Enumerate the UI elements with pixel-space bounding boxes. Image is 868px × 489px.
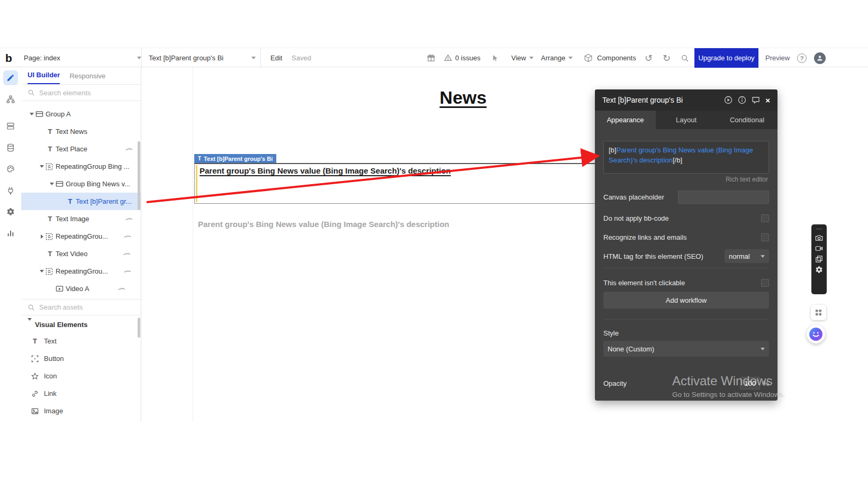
edit-mode-label[interactable]: Edit (270, 48, 282, 68)
search-elements-input[interactable] (39, 89, 119, 97)
caret-down-icon[interactable] (28, 113, 35, 115)
bubble-logo[interactable]: b (5, 48, 12, 68)
info-icon[interactable] (738, 96, 746, 104)
arrange-menu[interactable]: Arrange (541, 48, 573, 68)
bbcode-checkbox[interactable] (761, 214, 769, 222)
palette-item-button[interactable]: Button (21, 350, 141, 367)
style-select[interactable]: None (Custom) (603, 341, 769, 357)
data-tab-button[interactable] (3, 119, 18, 133)
avatar-icon (814, 52, 826, 64)
tab-ui-builder[interactable]: UI Builder (28, 71, 60, 84)
redo-icon[interactable]: ↻ (663, 48, 671, 68)
visual-elements-header[interactable]: Visual Elements (21, 316, 141, 332)
tree-item-repeatinggroup-bing[interactable]: RepeatingGroup Bing ... (21, 158, 141, 175)
caret-right-icon[interactable] (38, 234, 46, 239)
caret-down-icon[interactable] (38, 270, 46, 273)
tab-conditional[interactable]: Conditional (717, 111, 777, 129)
link-icon (31, 390, 39, 397)
seo-tag-select[interactable]: normal (725, 249, 769, 263)
search-assets-input[interactable] (39, 303, 119, 311)
arrange-menu-label: Arrange (541, 54, 565, 62)
close-icon[interactable]: × (765, 96, 770, 104)
copy-icon[interactable] (815, 255, 823, 263)
scrollbar-thumb[interactable] (138, 318, 140, 338)
dynamic-data-icon (125, 217, 133, 221)
tree-item-label: Group A (46, 110, 71, 118)
dynamic-data-icon (118, 287, 125, 291)
style-section-label: Style (603, 329, 619, 337)
selected-element-tag[interactable]: T Text [b]Parent group's Bi (194, 154, 276, 163)
tab-responsive[interactable]: Responsive (69, 72, 105, 84)
recognize-links-checkbox[interactable] (761, 233, 769, 241)
gear-icon[interactable] (815, 266, 823, 274)
tree-item-text-news[interactable]: T Text News (21, 123, 141, 140)
tree-item-text-image[interactable]: T Text Image (21, 210, 141, 228)
cards-icon (6, 122, 15, 130)
divider (260, 48, 261, 68)
issues-count[interactable]: 0 issues (455, 48, 481, 68)
database-tab-button[interactable] (3, 140, 18, 155)
scrollbar-thumb[interactable] (138, 141, 140, 210)
palette-icon (6, 165, 15, 173)
tree-item-video-a[interactable]: Video A (21, 280, 141, 297)
settings-tab-button[interactable] (3, 204, 18, 219)
cursor-tool-icon[interactable] (491, 48, 499, 68)
tree-item-text-place[interactable]: T Text Place (21, 140, 141, 158)
placeholder-text-element[interactable]: Parent group's Bing News value (Bing Ima… (198, 220, 449, 229)
logs-tab-button[interactable] (3, 226, 18, 241)
tree-item-text-video[interactable]: T Text Video (21, 245, 141, 262)
run-icon[interactable] (724, 96, 733, 104)
palette-item-image[interactable]: Image (21, 402, 141, 420)
canvas-placeholder-input[interactable] (678, 191, 769, 204)
help-icon: ? (797, 53, 807, 63)
palette-item-text[interactable]: T Text (21, 332, 141, 350)
text-element-icon: T (66, 197, 75, 205)
drag-handle-icon[interactable]: ⋯ (816, 226, 822, 231)
palette-item-link[interactable]: Link (21, 385, 141, 402)
property-editor: Text [b]Parent group's Bi × Appearance L… (595, 89, 777, 401)
support-chat-button[interactable] (807, 325, 825, 343)
camera-icon[interactable] (815, 234, 823, 242)
view-menu[interactable]: View (511, 48, 534, 68)
palette-item-icon[interactable]: Icon (21, 367, 141, 385)
tree-item-repeatinggroup-3[interactable]: RepeatingGrou... (21, 262, 141, 280)
gift-icon[interactable] (427, 48, 436, 68)
account-menu[interactable] (814, 48, 826, 68)
tree-item-label: RepeatingGrou... (56, 267, 108, 275)
opacity-input[interactable] (740, 377, 760, 390)
styles-tab-button[interactable] (3, 161, 18, 176)
bbcode-row: Do not apply bb-code (603, 211, 769, 225)
tab-appearance[interactable]: Appearance (595, 111, 656, 129)
dynamic-data-icon (124, 269, 131, 274)
upgrade-to-deploy-button[interactable]: Upgrade to deploy (694, 48, 758, 68)
rich-text-editor-hint[interactable]: Rich text editor (726, 176, 768, 183)
caret-down-icon[interactable] (48, 183, 56, 185)
preview-button[interactable]: Preview (765, 48, 790, 68)
caret-down-icon[interactable] (38, 165, 46, 168)
components-button[interactable]: Components (597, 48, 636, 68)
design-mode-button[interactable] (3, 70, 18, 85)
help-button[interactable]: ? (797, 48, 868, 68)
page-selector-dropdown[interactable]: Page: index (24, 48, 141, 68)
tree-item-text-parent-group-selected[interactable]: T Text [b]Parent gr... (21, 193, 141, 210)
tab-layout[interactable]: Layout (656, 111, 717, 129)
video-camera-icon[interactable] (815, 245, 823, 252)
search-icon[interactable] (681, 48, 689, 68)
undo-icon[interactable]: ↺ (645, 48, 653, 68)
add-workflow-button[interactable]: Add workflow (603, 292, 769, 309)
group-icon (35, 110, 44, 118)
group-icon (56, 180, 65, 188)
element-selector-dropdown[interactable]: Text [b]Parent group's Bi (149, 48, 256, 68)
plugins-tab-button[interactable] (3, 183, 18, 198)
property-editor-titlebar[interactable]: Text [b]Parent group's Bi × (595, 89, 777, 111)
comment-icon[interactable] (752, 96, 760, 104)
rich-text-editor-field[interactable]: [b]Parent group's Bing News value (Bing … (603, 141, 769, 174)
clickable-checkbox[interactable] (761, 279, 769, 287)
tree-item-group-a[interactable]: Group A (21, 105, 141, 123)
workflow-icon (6, 95, 15, 104)
dynamic-data-icon (123, 252, 131, 256)
tree-item-group-bing-news[interactable]: Group Bing News v... (21, 175, 141, 193)
workflow-mode-button[interactable] (3, 92, 18, 107)
apps-grid-button[interactable] (811, 305, 826, 320)
tree-item-repeatinggroup-2[interactable]: RepeatingGrou... (21, 228, 141, 245)
